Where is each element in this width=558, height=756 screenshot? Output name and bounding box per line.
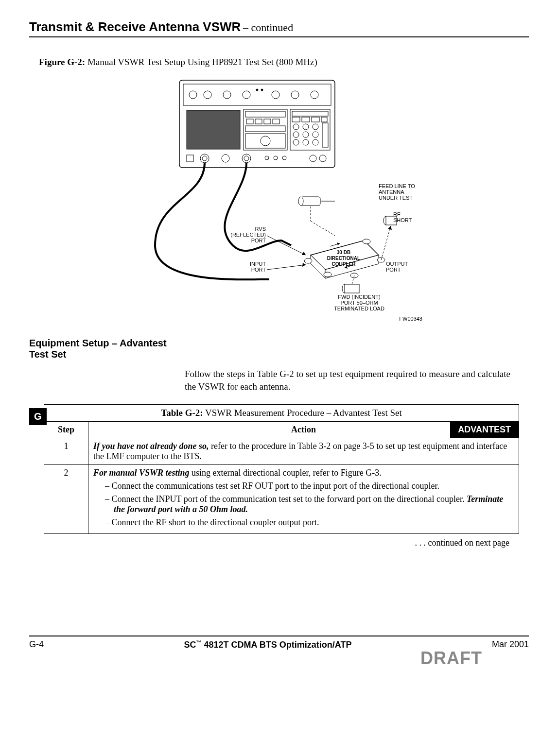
svg-text:PORT: PORT <box>386 267 401 273</box>
figure-caption-text: Manual VSWR Test Setup Using HP8921 Test… <box>85 57 317 67</box>
svg-rect-13 <box>245 111 285 117</box>
label-fw-code: FW00343 <box>399 316 422 322</box>
list-item: Connect the RF short to the directional … <box>105 517 514 528</box>
svg-point-46 <box>310 155 316 162</box>
section-paragraph: Follow the steps in Table G-2 to set up … <box>185 368 514 393</box>
svg-point-54 <box>304 258 312 263</box>
label-fwd-port: FWD (INCIDENT) <box>338 294 380 300</box>
svg-text:ANTENNA: ANTENNA <box>379 189 404 195</box>
svg-point-40 <box>222 155 229 162</box>
advantest-badge: ADVANTEST <box>450 422 519 438</box>
svg-rect-73 <box>345 284 359 293</box>
svg-rect-36 <box>322 123 328 147</box>
svg-point-9 <box>256 89 258 91</box>
table-title: Table G-2: VSWR Measurement Procedure – … <box>44 405 519 422</box>
step-action: For manual VSWR testing using external d… <box>88 465 519 534</box>
svg-point-6 <box>272 91 279 99</box>
svg-point-43 <box>265 156 269 160</box>
svg-point-28 <box>303 124 309 130</box>
header-continued: – continued <box>243 21 293 34</box>
svg-point-10 <box>261 89 263 91</box>
list-item: Connect the INPUT port of the communicat… <box>105 494 514 515</box>
svg-rect-16 <box>264 119 271 124</box>
procedure-table: Table G-2: VSWR Measurement Procedure – … <box>44 404 519 534</box>
svg-text:PORT 50–OHM: PORT 50–OHM <box>340 300 378 306</box>
svg-rect-37 <box>187 155 193 162</box>
svg-point-7 <box>291 91 299 99</box>
svg-rect-14 <box>246 119 253 124</box>
draft-watermark: DRAFT <box>44 648 482 669</box>
svg-text:COUPLER: COUPLER <box>332 261 356 267</box>
svg-point-27 <box>293 124 299 130</box>
figure-label: Figure G-2: <box>39 57 85 67</box>
list-item: Connect the communications test set RF O… <box>105 481 514 491</box>
svg-rect-18 <box>245 126 285 132</box>
svg-rect-25 <box>312 117 319 122</box>
section-heading: Equipment Setup – AdvantestTest Set <box>29 338 529 360</box>
svg-rect-11 <box>187 110 240 149</box>
svg-rect-22 <box>292 111 328 116</box>
svg-text:TERMINATED LOAD: TERMINATED LOAD <box>334 306 384 311</box>
svg-point-55 <box>324 272 331 277</box>
svg-point-39 <box>202 156 207 161</box>
continued-note: . . . continued on next page <box>44 538 509 548</box>
svg-rect-17 <box>273 119 279 124</box>
page-header: Transmit & Receive Antenna VSWR – contin… <box>29 19 529 37</box>
footer-doc-title: SC™ 4812T CDMA BTS Optimization/ATP DRAF… <box>44 639 492 669</box>
svg-rect-26 <box>321 117 327 122</box>
svg-point-45 <box>282 156 286 160</box>
svg-point-64 <box>298 197 303 206</box>
svg-point-5 <box>243 91 250 99</box>
svg-point-44 <box>274 156 278 160</box>
table-head-step: Step <box>44 422 88 438</box>
figure-caption: Figure G-2: Manual VSWR Test Setup Using… <box>39 57 529 68</box>
step-number: 2 <box>44 465 88 534</box>
svg-text:UNDER TEST: UNDER TEST <box>379 195 413 201</box>
svg-text:DIRECTIONAL: DIRECTIONAL <box>327 256 360 261</box>
svg-point-47 <box>319 155 326 162</box>
svg-text:SHORT: SHORT <box>393 217 412 223</box>
header-title: Transmit & Receive Antenna VSWR <box>29 19 241 34</box>
svg-point-58 <box>363 239 370 244</box>
table-row: 2 For manual VSWR testing using external… <box>44 465 519 534</box>
svg-point-33 <box>293 139 299 145</box>
svg-point-29 <box>313 124 318 130</box>
label-feed-line: FEED LINE TO <box>379 183 415 189</box>
svg-point-35 <box>313 139 318 145</box>
svg-text:(REFLECTED): (REFLECTED) <box>230 232 266 238</box>
svg-point-3 <box>204 91 211 99</box>
table-row: 1 If you have not already done so, refer… <box>44 438 519 465</box>
step-number: 1 <box>44 438 88 465</box>
page-footer: G-4 SC™ 4812T CDMA BTS Optimization/ATP … <box>29 636 529 669</box>
svg-line-67 <box>311 221 335 236</box>
svg-point-34 <box>303 139 309 145</box>
svg-point-42 <box>244 156 249 161</box>
svg-marker-60 <box>337 242 340 245</box>
svg-text:30 DB: 30 DB <box>337 250 350 255</box>
step-bullets: Connect the communications test set RF O… <box>93 481 514 528</box>
svg-point-4 <box>223 91 231 99</box>
svg-point-32 <box>313 132 318 137</box>
footer-page-number: G-4 <box>29 639 44 650</box>
svg-point-2 <box>189 91 197 99</box>
footer-date: Mar 2001 <box>492 639 529 650</box>
svg-line-75 <box>267 236 306 255</box>
step-action: If you have not already done so, refer t… <box>88 438 519 465</box>
svg-rect-15 <box>255 119 262 124</box>
svg-point-8 <box>311 91 318 99</box>
svg-text:PORT: PORT <box>251 238 266 243</box>
svg-point-31 <box>303 132 309 137</box>
label-input-port: INPUT <box>250 261 266 267</box>
svg-rect-23 <box>292 117 300 122</box>
test-setup-diagram: 30 DB DIRECTIONAL COUPLER FE <box>121 75 437 323</box>
svg-marker-71 <box>388 226 392 230</box>
svg-line-77 <box>267 265 306 270</box>
svg-point-30 <box>293 132 299 137</box>
table-head-action: Action ADVANTEST <box>88 422 519 438</box>
label-rf-short: RF <box>393 211 401 217</box>
label-output-port: OUTPUT <box>386 261 408 267</box>
svg-text:PORT: PORT <box>251 267 266 273</box>
svg-point-20 <box>261 136 270 146</box>
svg-line-70 <box>381 226 391 260</box>
svg-marker-78 <box>302 263 306 267</box>
